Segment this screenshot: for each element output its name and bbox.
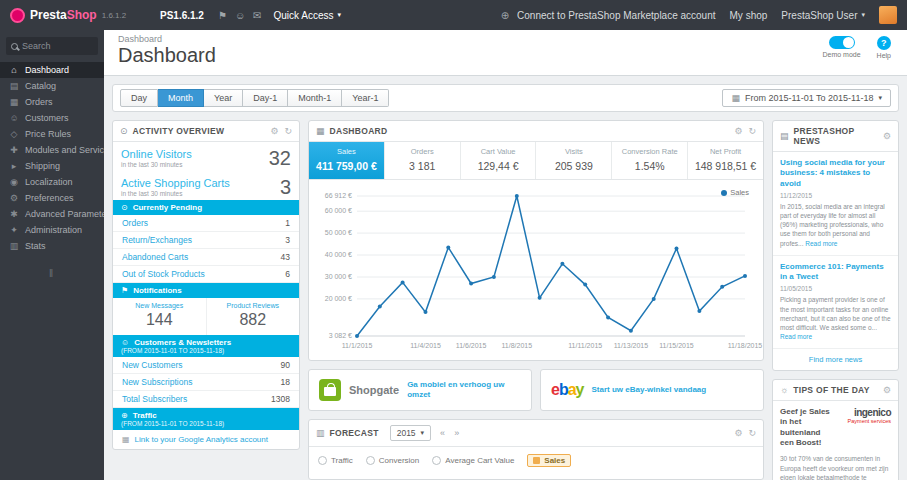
- ebay-link[interactable]: Start uw eBay-winkel vandaag: [592, 385, 754, 395]
- svg-text:11/15/2015: 11/15/2015: [659, 342, 694, 349]
- ebay-promo: ebay Start uw eBay-winkel vandaag: [540, 369, 764, 411]
- out-of-stock-row[interactable]: Out of Stock Products6: [113, 266, 299, 283]
- kpi-cart-value[interactable]: Cart Value129,44 €: [461, 142, 537, 179]
- period-month-button[interactable]: Month: [158, 89, 204, 107]
- google-analytics-link[interactable]: Link to your Google Analytics account: [135, 435, 268, 444]
- kpi-conversion-rate[interactable]: Conversion Rate1.54%: [612, 142, 688, 179]
- filter-bar: Day Month Year Day-1 Month-1 Year-1 ▦ Fr…: [112, 84, 899, 112]
- sidebar-item-preferences[interactable]: ⚙Preferences: [0, 190, 104, 206]
- forecast-option-conversion[interactable]: Conversion: [366, 456, 419, 465]
- sidebar-item-administration[interactable]: ✦Administration: [0, 222, 104, 238]
- period-year-button[interactable]: Year: [204, 89, 243, 107]
- tips-panel-title: TIPS OF THE DAY: [793, 385, 869, 395]
- sidebar-item-advanced-parameters[interactable]: ✱Advanced Parameters: [0, 206, 104, 222]
- next-year-button[interactable]: »: [454, 428, 459, 438]
- forecast-option-average-cart-value[interactable]: Average Cart Value: [432, 456, 514, 465]
- period-day-button[interactable]: Day: [120, 89, 158, 107]
- help-icon[interactable]: ?: [877, 36, 891, 50]
- forecast-option-sales[interactable]: Sales: [527, 454, 571, 467]
- settings-icon[interactable]: ⚙: [734, 428, 742, 438]
- period-year-1-button[interactable]: Year-1: [342, 89, 389, 107]
- brand[interactable]: PrestaShop 1.6.1.2: [10, 8, 160, 23]
- orders-icon: ▦: [9, 97, 19, 107]
- my-shop-link[interactable]: My shop: [730, 10, 768, 21]
- quick-access-label: Quick Access: [274, 10, 334, 21]
- messages-notifications-icon[interactable]: ✉: [253, 10, 261, 21]
- search-input[interactable]: [22, 41, 92, 51]
- sidebar-item-orders[interactable]: ▦Orders: [0, 94, 104, 110]
- settings-icon[interactable]: ⚙: [883, 131, 891, 141]
- kpi-orders[interactable]: Orders3 181: [385, 142, 461, 179]
- chart-legend: Sales: [721, 188, 749, 197]
- customers-notifications-icon[interactable]: ☺: [235, 10, 245, 21]
- new-subscriptions-row[interactable]: New Subscriptions18: [113, 374, 299, 391]
- sidebar-item-stats[interactable]: ▥Stats: [0, 238, 104, 254]
- find-more-news-link[interactable]: Find more news: [773, 349, 898, 370]
- read-more-link[interactable]: Read more: [805, 240, 837, 247]
- chevron-down-icon: ▾: [338, 11, 342, 19]
- sidebar-item-localization[interactable]: ◉Localization: [0, 174, 104, 190]
- user-avatar[interactable]: [879, 6, 897, 24]
- notifications-cells: New Messages 144 Product Reviews 882: [113, 298, 299, 335]
- sidebar-item-price-rules[interactable]: ◇Price Rules: [0, 126, 104, 142]
- price-rules-icon: ◇: [9, 129, 19, 139]
- chevron-down-icon: ▾: [421, 429, 425, 437]
- pending-orders-row[interactable]: Orders1: [113, 215, 299, 232]
- forecast-year-select[interactable]: 2015 ▾: [390, 425, 431, 441]
- settings-icon[interactable]: ⚙: [883, 385, 891, 395]
- refresh-icon[interactable]: ↻: [748, 126, 756, 136]
- sidebar-collapse-button[interactable]: ‖: [0, 268, 104, 279]
- svg-text:50 000 €: 50 000 €: [325, 229, 352, 236]
- refresh-icon[interactable]: ↻: [748, 428, 756, 438]
- settings-icon[interactable]: ⚙: [270, 126, 278, 136]
- news-headline-link[interactable]: Ecommerce 101: Payments in a Tweet: [780, 262, 891, 283]
- sidebar-item-dashboard[interactable]: ⌂Dashboard: [0, 62, 104, 78]
- dashboard-icon: ⌂: [9, 65, 19, 75]
- demo-mode-toggle[interactable]: [829, 36, 855, 49]
- orders-notifications-icon[interactable]: ⚑: [218, 10, 227, 21]
- kpi-sales[interactable]: Sales411 759,00 €: [309, 142, 385, 179]
- pending-returns-row[interactable]: Return/Exchanges3: [113, 232, 299, 249]
- abandoned-carts-row[interactable]: Abandoned Carts43: [113, 249, 299, 266]
- search-icon: [11, 43, 18, 50]
- checkbox-icon: ▦: [122, 435, 130, 444]
- sidebar-item-label: Price Rules: [25, 129, 71, 139]
- new-messages-cell[interactable]: New Messages 144: [113, 298, 207, 335]
- product-reviews-cell[interactable]: Product Reviews 882: [207, 298, 300, 335]
- previous-year-button[interactable]: «: [440, 428, 445, 438]
- sidebar-item-label: Modules and Services: [25, 145, 104, 155]
- kpi-visits[interactable]: Visits205 939: [536, 142, 612, 179]
- news-excerpt: Picking a payment provider is one of the…: [780, 296, 891, 330]
- kpi-net-profit[interactable]: Net Profit148 918,51 €: [688, 142, 763, 179]
- sidebar-item-catalog[interactable]: ▤Catalog: [0, 78, 104, 94]
- news-headline-link[interactable]: Using social media for your business: 4 …: [780, 158, 891, 189]
- demo-mode-control: Demo mode: [822, 36, 860, 59]
- news-article: Ecommerce 101: Payments in a Tweet 11/05…: [773, 256, 898, 349]
- sidebar-item-shipping[interactable]: ▸Shipping: [0, 158, 104, 174]
- sidebar-item-label: Customers: [25, 113, 69, 123]
- dashboard-content: Day Month Year Day-1 Month-1 Year-1 ▦ Fr…: [104, 76, 907, 480]
- period-day-1-button[interactable]: Day-1: [243, 89, 288, 107]
- svg-text:11/8/2015: 11/8/2015: [501, 342, 532, 349]
- settings-icon[interactable]: ⚙: [734, 126, 742, 136]
- sidebar-search[interactable]: [6, 37, 98, 55]
- shopgate-link[interactable]: Ga mobiel en verhoog uw omzet: [407, 380, 521, 400]
- sales-line-chart[interactable]: 66 912 €60 000 €50 000 €40 000 €30 000 €…: [317, 186, 755, 358]
- user-menu[interactable]: PrestaShop User▾: [781, 10, 865, 21]
- active-carts-subtitle: in the last 30 minutes: [121, 190, 230, 197]
- dashboard-panel: ▦ DASHBOARD ⚙↻ Sales411 759,00 € Orders3…: [308, 120, 764, 361]
- marketplace-link[interactable]: ⊕Connect to PrestaShop Marketplace accou…: [497, 10, 716, 21]
- grid-icon: ▦: [316, 126, 325, 136]
- catalog-icon: ▤: [9, 81, 19, 91]
- sidebar-item-customers[interactable]: ☺Customers: [0, 110, 104, 126]
- new-customers-row[interactable]: New Customers90: [113, 357, 299, 374]
- read-more-link[interactable]: Read more: [780, 333, 812, 340]
- forecast-option-traffic[interactable]: Traffic: [318, 456, 353, 465]
- quick-access-menu[interactable]: Quick Access ▾: [274, 10, 342, 21]
- refresh-icon[interactable]: ↻: [284, 126, 292, 136]
- date-range-picker[interactable]: ▦ From 2015-11-01 To 2015-11-18 ▾: [722, 89, 891, 107]
- period-month-1-button[interactable]: Month-1: [288, 89, 342, 107]
- total-subscribers-row[interactable]: Total Subscribers1308: [113, 391, 299, 408]
- tips-body: 30 tot 70% van de consumenten in Europa …: [780, 454, 891, 480]
- sidebar-item-modules[interactable]: ✚Modules and Services: [0, 142, 104, 158]
